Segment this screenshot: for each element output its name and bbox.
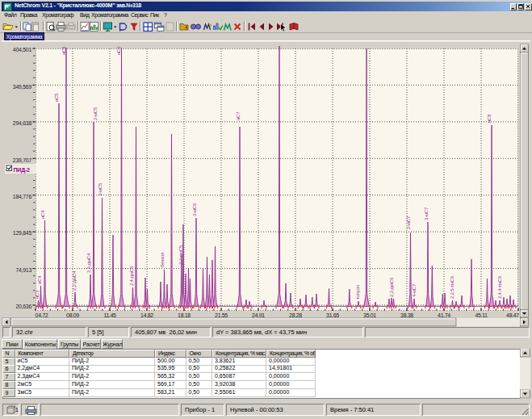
svg-text:толуол: толуол: [355, 284, 360, 300]
svg-text:41.74: 41.74: [438, 312, 450, 318]
svg-text:нС4: нС4: [40, 210, 45, 219]
svg-text:2,4,4-тмС6: 2,4,4-тмС6: [497, 275, 502, 299]
svg-text:иС5: иС5: [54, 93, 59, 102]
svg-text:4-мС7: 4-мС7: [412, 283, 417, 297]
svg-text:28.28: 28.28: [289, 312, 302, 318]
svg-text:нС6: нС6: [116, 46, 121, 55]
svg-text:35.01: 35.01: [363, 312, 376, 318]
svg-text:нС3: нС3: [35, 290, 40, 299]
svg-text:3-мС5: 3-мС5: [98, 182, 103, 196]
svg-text:74,913: 74,913: [15, 267, 31, 273]
svg-text:11.45: 11.45: [103, 312, 116, 318]
svg-text:24.91: 24.91: [252, 312, 265, 318]
svg-text:2-мС5: 2-мС5: [93, 107, 98, 120]
svg-text:349,569: 349,569: [13, 84, 32, 90]
svg-text:14.82: 14.82: [140, 312, 153, 318]
svg-text:21.55: 21.55: [215, 312, 228, 318]
svg-text:45.11: 45.11: [475, 312, 488, 318]
svg-text:239,707: 239,707: [13, 157, 32, 163]
svg-text:2,2,5-тмС6: 2,2,5-тмС6: [450, 275, 455, 299]
svg-text:31.65: 31.65: [326, 312, 339, 318]
svg-text:38.38: 38.38: [400, 312, 413, 318]
svg-text:404,501: 404,501: [13, 47, 32, 52]
svg-text:294,638: 294,638: [13, 120, 32, 126]
svg-text:184,776: 184,776: [13, 194, 32, 199]
svg-text:2,2-дмС5: 2,2-дмС5: [178, 245, 183, 265]
svg-text:08.09: 08.09: [66, 312, 79, 318]
svg-text:бензол: бензол: [160, 252, 165, 267]
svg-text:2,3-дмС4: 2,3-дмС4: [86, 253, 91, 273]
svg-text:нС8: нС8: [487, 114, 492, 123]
svg-text:3-мС7: 3-мС7: [424, 207, 429, 220]
svg-text:2-мС7: 2-мС7: [406, 216, 411, 229]
svg-text:ПИД-2: ПИД-2: [14, 167, 31, 174]
svg-text:20,636: 20,636: [15, 304, 31, 309]
svg-text:18.18: 18.18: [178, 312, 191, 318]
svg-text:нС7: нС7: [236, 111, 241, 120]
svg-text:2,4-дмС5: 2,4-дмС5: [129, 266, 134, 286]
svg-text:3-мС6: 3-мС6: [192, 203, 197, 216]
svg-text:2,3-дмС6: 2,3-дмС6: [389, 277, 394, 297]
svg-text:04.72: 04.72: [36, 312, 48, 318]
svg-text:иС4: иС4: [37, 275, 42, 284]
svg-text:2,2-дмС4: 2,2-дмС4: [72, 270, 77, 291]
svg-text:129,845: 129,845: [13, 230, 32, 236]
svg-text:48.47: 48.47: [506, 312, 519, 318]
svg-text:нС5: нС5: [61, 46, 66, 55]
